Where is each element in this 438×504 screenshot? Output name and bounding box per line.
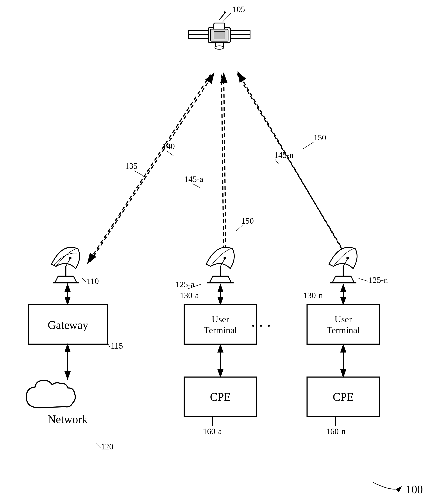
svg-line-20 (224, 74, 226, 262)
svg-line-34 (82, 279, 86, 282)
svg-point-33 (69, 257, 72, 259)
svg-line-29 (55, 276, 58, 283)
svg-rect-5 (214, 23, 225, 30)
cpe-a-label: CPE (210, 391, 231, 403)
ellipsis: . . . (251, 313, 271, 330)
svg-line-2 (219, 13, 225, 20)
svg-line-17 (134, 171, 142, 175)
ref-120: 120 (101, 442, 113, 451)
ref-105: 105 (232, 5, 245, 14)
svg-line-57 (359, 279, 368, 281)
gateway-dish-icon (52, 247, 80, 283)
ref-115: 115 (111, 341, 123, 350)
cpe-n-label: CPE (333, 391, 354, 403)
ut-a-box (184, 305, 257, 344)
svg-point-3 (224, 11, 226, 14)
svg-point-56 (346, 257, 349, 259)
gateway-label: Gateway (48, 319, 88, 331)
svg-line-53 (351, 276, 354, 283)
svg-line-14 (221, 13, 231, 23)
ref-150-mid: 150 (241, 216, 254, 225)
svg-line-23 (193, 184, 200, 187)
ref-160a: 160-a (203, 427, 222, 436)
svg-line-41 (209, 276, 213, 283)
svg-line-18 (167, 151, 173, 156)
ut-a-dish-icon (206, 247, 234, 283)
svg-rect-13 (214, 31, 225, 39)
diagram: 105 135 140 145-a 145-n 150 150 (0, 0, 438, 504)
ref-145a: 145-a (184, 174, 203, 184)
svg-line-19 (221, 75, 224, 263)
ref-125n: 125-n (369, 275, 388, 285)
svg-point-45 (223, 257, 226, 259)
svg-line-30 (74, 276, 77, 283)
svg-point-11 (215, 46, 224, 49)
ut-n-label2: Terminal (327, 325, 360, 335)
ut-a-label1: User (212, 314, 229, 324)
ref-135: 135 (125, 161, 138, 171)
ref-145n: 145-n (274, 150, 294, 160)
ref-140: 140 (162, 142, 175, 151)
svg-line-36 (108, 343, 110, 347)
ut-a-label2: Terminal (204, 325, 237, 335)
ref-160n: 160-n (326, 427, 346, 436)
svg-line-52 (332, 276, 336, 283)
svg-line-26 (236, 225, 242, 231)
satellite-icon (189, 11, 250, 49)
ref-130a: 130-a (180, 291, 199, 300)
ref-100: 100 (406, 483, 423, 496)
svg-line-15 (88, 75, 210, 263)
svg-line-38 (95, 443, 100, 448)
svg-line-42 (228, 276, 231, 283)
svg-line-25 (303, 142, 314, 149)
ut-n-box (307, 305, 379, 344)
ut-n-dish-icon (329, 247, 357, 283)
network-cloud-icon (26, 380, 75, 408)
ref-130n: 130-n (303, 291, 323, 300)
ref-110: 110 (87, 277, 99, 286)
svg-line-16 (90, 74, 214, 262)
ref-150-top: 150 (314, 133, 326, 142)
ut-n-label1: User (334, 314, 352, 324)
svg-line-24 (275, 160, 279, 164)
network-label: Network (48, 413, 88, 426)
